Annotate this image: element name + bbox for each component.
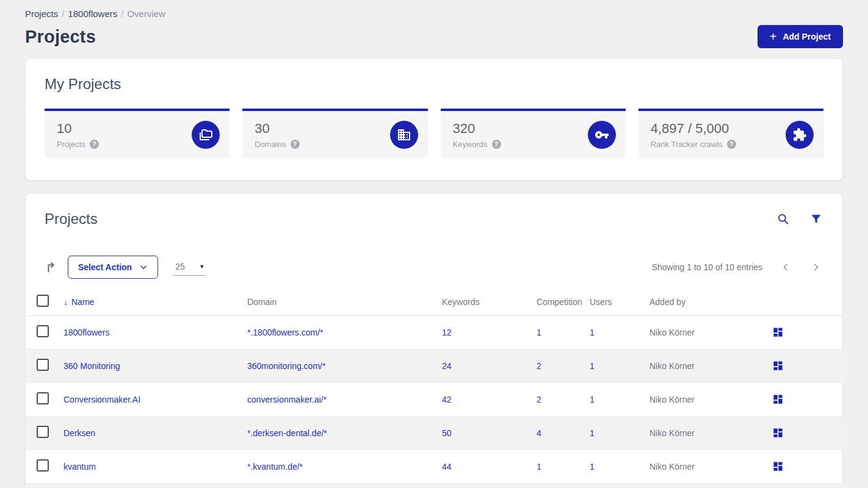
users-count-link[interactable]: 1	[590, 428, 595, 438]
table-header-row: ↓Name Domain Keywords Competition Users …	[26, 289, 844, 315]
row-checkbox[interactable]	[37, 392, 49, 404]
export-arrow-icon[interactable]	[45, 260, 58, 274]
table-row-partial	[26, 483, 844, 488]
select-action-dropdown[interactable]: Select Action	[68, 256, 158, 279]
project-name-link[interactable]: 360 Monitoring	[63, 361, 120, 371]
keywords-count-link[interactable]: 12	[442, 328, 452, 337]
page: Projects/1800flowers/Overview Projects +…	[0, 0, 868, 488]
row-checkbox[interactable]	[37, 359, 49, 371]
add-project-button[interactable]: + Add Project	[758, 25, 843, 48]
row-checkbox[interactable]	[37, 426, 49, 438]
key-icon	[588, 121, 616, 149]
page-size-select[interactable]: 25 ▼	[173, 259, 206, 276]
building-icon	[390, 121, 418, 149]
pagination-next-icon[interactable]	[809, 260, 823, 274]
project-domain-link[interactable]: *.kvantum.de/*	[247, 462, 303, 472]
users-count-link[interactable]: 1	[590, 328, 595, 337]
users-count-link[interactable]: 1	[590, 462, 595, 472]
select-all-checkbox[interactable]	[37, 295, 49, 307]
rank-tracker-count: 4,897 / 5,000	[651, 121, 736, 137]
keywords-count: 320	[453, 121, 501, 137]
pagination-prev-icon[interactable]	[778, 260, 793, 274]
chevron-down-icon	[139, 263, 148, 271]
rank-tracker-label: Rank Tracker crawls	[651, 140, 723, 149]
table-row: Derksen *.derksen-dental.de/* 50 4 1 Nik…	[26, 416, 844, 450]
domains-count: 30	[255, 121, 299, 137]
column-header-keywords[interactable]: Keywords	[442, 289, 537, 315]
domains-label: Domains	[255, 140, 286, 149]
breadcrumb-1800flowers[interactable]: 1800flowers	[68, 9, 117, 19]
dashboard-icon[interactable]	[771, 392, 785, 406]
caret-down-icon: ▼	[199, 264, 204, 270]
title-row: Projects + Add Project	[25, 25, 843, 48]
page-size-value: 25	[175, 262, 185, 271]
keywords-count-link[interactable]: 44	[442, 462, 452, 472]
help-icon[interactable]: ?	[90, 140, 99, 149]
page-title: Projects	[25, 27, 96, 47]
added-by-text: Niko Körner	[649, 450, 771, 483]
help-icon[interactable]: ?	[727, 140, 736, 149]
keywords-count-link[interactable]: 42	[442, 395, 452, 404]
breadcrumb-projects[interactable]: Projects	[25, 9, 58, 19]
project-name-link[interactable]: Conversionmaker.AI	[63, 395, 140, 404]
add-project-label: Add Project	[783, 32, 831, 41]
filter-icon[interactable]	[809, 212, 823, 226]
project-domain-link[interactable]: *.1800flowers.com/*	[247, 328, 324, 337]
competition-count-link[interactable]: 4	[537, 428, 541, 438]
keywords-count-link[interactable]: 50	[442, 428, 452, 438]
project-domain-link[interactable]: conversionmaker.ai/*	[247, 395, 327, 404]
column-header-name[interactable]: ↓Name	[63, 289, 247, 315]
competition-count-link[interactable]: 2	[537, 361, 541, 371]
competition-count-link[interactable]: 2	[537, 395, 541, 404]
breadcrumb-separator: /	[121, 9, 123, 19]
table-row: Conversionmaker.AI conversionmaker.ai/* …	[26, 382, 844, 416]
keywords-count-link[interactable]: 24	[442, 361, 452, 371]
dashboard-icon[interactable]	[771, 459, 785, 473]
my-projects-heading: My Projects	[45, 76, 823, 93]
stat-card-projects: 10 Projects ?	[45, 109, 230, 158]
table-row: 360 Monitoring 360monitoring.com/* 24 2 …	[26, 349, 844, 382]
select-action-label: Select Action	[78, 262, 132, 272]
project-domain-link[interactable]: *.derksen-dental.de/*	[247, 428, 327, 438]
projects-count: 10	[57, 121, 99, 137]
stacked-folders-icon	[192, 121, 220, 149]
project-domain-link[interactable]: 360monitoring.com/*	[247, 361, 325, 371]
added-by-text: Niko Körner	[649, 315, 771, 349]
column-header-domain[interactable]: Domain	[247, 289, 442, 315]
stat-card-domains: 30 Domains ?	[242, 109, 427, 158]
showing-entries-text: Showing 1 to 10 of 10 entries	[652, 262, 762, 272]
table-toolbar: Select Action 25 ▼ Showing 1 to 10 of 10…	[26, 256, 842, 279]
keywords-label: Keywords	[453, 140, 488, 149]
dashboard-icon[interactable]	[771, 359, 785, 373]
added-by-text: Niko Körner	[649, 416, 771, 450]
column-header-users[interactable]: Users	[590, 289, 649, 315]
stats-grid: 10 Projects ? 30 Domai	[45, 109, 823, 158]
project-name-link[interactable]: kvantum	[63, 462, 96, 472]
added-by-text: Niko Körner	[649, 349, 771, 382]
project-name-link[interactable]: Derksen	[63, 428, 95, 438]
competition-count-link[interactable]: 1	[537, 328, 541, 337]
search-icon[interactable]	[776, 212, 790, 226]
row-checkbox[interactable]	[37, 459, 49, 472]
my-projects-card: My Projects 10 Projects ?	[25, 58, 843, 181]
breadcrumb: Projects/1800flowers/Overview	[25, 0, 843, 19]
column-header-added-by[interactable]: Added by	[649, 289, 771, 315]
projects-table: ↓Name Domain Keywords Competition Users …	[26, 289, 844, 488]
dashboard-icon[interactable]	[771, 426, 785, 440]
help-icon[interactable]: ?	[291, 140, 300, 149]
competition-count-link[interactable]: 1	[537, 462, 541, 472]
projects-label: Projects	[57, 140, 85, 149]
projects-table-card: Projects	[25, 193, 843, 488]
added-by-text: Niko Körner	[649, 382, 771, 416]
dashboard-icon[interactable]	[771, 325, 785, 339]
stat-card-keywords: 320 Keywords ?	[441, 109, 626, 158]
users-count-link[interactable]: 1	[590, 361, 595, 371]
row-checkbox[interactable]	[37, 325, 49, 337]
project-name-link[interactable]: 1800flowers	[63, 328, 110, 337]
projects-panel-heading: Projects	[45, 210, 98, 228]
stat-card-rank-tracker: 4,897 / 5,000 Rank Tracker crawls ?	[638, 109, 823, 158]
help-icon[interactable]: ?	[492, 140, 501, 149]
sort-desc-icon: ↓	[63, 297, 68, 307]
users-count-link[interactable]: 1	[590, 395, 595, 404]
column-header-competition[interactable]: Competition	[537, 289, 590, 315]
